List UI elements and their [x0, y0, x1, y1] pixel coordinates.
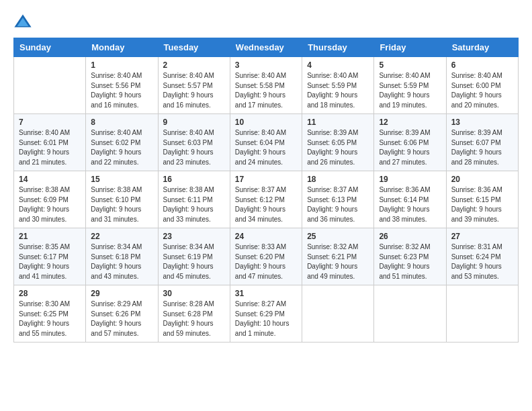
day-number: 13	[451, 118, 513, 127]
col-header-friday: Friday	[374, 38, 446, 57]
calendar-cell: 20Sunrise: 8:36 AM Sunset: 6:15 PM Dayli…	[446, 171, 518, 228]
day-content: Sunrise: 8:40 AM Sunset: 5:56 PM Dayligh…	[91, 71, 152, 110]
day-number: 4	[307, 60, 369, 70]
calendar-cell: 31Sunrise: 8:27 AM Sunset: 6:29 PM Dayli…	[230, 285, 302, 342]
day-content: Sunrise: 8:39 AM Sunset: 6:05 PM Dayligh…	[307, 128, 369, 167]
week-row-1: 1Sunrise: 8:40 AM Sunset: 5:56 PM Daylig…	[14, 57, 519, 114]
day-number: 16	[163, 175, 225, 184]
calendar-cell: 21Sunrise: 8:35 AM Sunset: 6:17 PM Dayli…	[14, 228, 86, 285]
col-header-tuesday: Tuesday	[158, 38, 230, 57]
day-number: 21	[19, 232, 81, 241]
calendar-cell: 15Sunrise: 8:38 AM Sunset: 6:10 PM Dayli…	[86, 171, 158, 228]
day-number: 3	[235, 60, 297, 70]
col-header-monday: Monday	[86, 38, 158, 57]
calendar-cell: 2Sunrise: 8:40 AM Sunset: 5:57 PM Daylig…	[158, 57, 230, 114]
day-content: Sunrise: 8:40 AM Sunset: 6:01 PM Dayligh…	[19, 128, 81, 167]
day-content: Sunrise: 8:32 AM Sunset: 6:23 PM Dayligh…	[379, 242, 441, 281]
day-content: Sunrise: 8:36 AM Sunset: 6:14 PM Dayligh…	[379, 185, 441, 224]
day-content: Sunrise: 8:33 AM Sunset: 6:20 PM Dayligh…	[235, 242, 297, 281]
day-number: 9	[163, 118, 225, 127]
day-content: Sunrise: 8:40 AM Sunset: 6:02 PM Dayligh…	[91, 128, 152, 167]
day-number: 7	[19, 118, 81, 127]
day-content: Sunrise: 8:39 AM Sunset: 6:06 PM Dayligh…	[379, 128, 441, 167]
week-row-2: 7Sunrise: 8:40 AM Sunset: 6:01 PM Daylig…	[14, 114, 519, 171]
day-number: 24	[235, 232, 297, 241]
logo-icon	[13, 12, 32, 31]
calendar-table: SundayMondayTuesdayWednesdayThursdayFrid…	[13, 38, 519, 342]
day-content: Sunrise: 8:35 AM Sunset: 6:17 PM Dayligh…	[19, 242, 81, 281]
calendar-cell: 13Sunrise: 8:39 AM Sunset: 6:07 PM Dayli…	[446, 114, 518, 171]
day-number: 23	[163, 232, 225, 241]
calendar-cell: 14Sunrise: 8:38 AM Sunset: 6:09 PM Dayli…	[14, 171, 86, 228]
day-content: Sunrise: 8:39 AM Sunset: 6:07 PM Dayligh…	[451, 128, 513, 167]
day-number: 25	[307, 232, 369, 241]
header-row: SundayMondayTuesdayWednesdayThursdayFrid…	[14, 38, 519, 57]
calendar-cell: 7Sunrise: 8:40 AM Sunset: 6:01 PM Daylig…	[14, 114, 86, 171]
calendar-cell: 16Sunrise: 8:38 AM Sunset: 6:11 PM Dayli…	[158, 171, 230, 228]
day-number: 11	[307, 118, 369, 127]
calendar-cell: 5Sunrise: 8:40 AM Sunset: 5:59 PM Daylig…	[374, 57, 446, 114]
calendar-cell: 18Sunrise: 8:37 AM Sunset: 6:13 PM Dayli…	[302, 171, 374, 228]
day-content: Sunrise: 8:40 AM Sunset: 5:59 PM Dayligh…	[307, 71, 369, 110]
day-content: Sunrise: 8:27 AM Sunset: 6:29 PM Dayligh…	[235, 300, 297, 338]
calendar-cell: 17Sunrise: 8:37 AM Sunset: 6:12 PM Dayli…	[230, 171, 302, 228]
logo	[13, 12, 35, 31]
day-number: 27	[451, 232, 513, 241]
calendar-cell: 30Sunrise: 8:28 AM Sunset: 6:28 PM Dayli…	[158, 285, 230, 342]
calendar-cell	[302, 285, 374, 342]
day-content: Sunrise: 8:38 AM Sunset: 6:10 PM Dayligh…	[91, 185, 152, 224]
calendar-cell: 25Sunrise: 8:32 AM Sunset: 6:21 PM Dayli…	[302, 228, 374, 285]
week-row-5: 28Sunrise: 8:30 AM Sunset: 6:25 PM Dayli…	[14, 285, 519, 342]
calendar-cell: 29Sunrise: 8:29 AM Sunset: 6:26 PM Dayli…	[86, 285, 158, 342]
day-number: 14	[19, 175, 81, 184]
day-content: Sunrise: 8:38 AM Sunset: 6:11 PM Dayligh…	[163, 185, 225, 224]
calendar-cell: 12Sunrise: 8:39 AM Sunset: 6:06 PM Dayli…	[374, 114, 446, 171]
day-number: 1	[91, 60, 152, 70]
day-content: Sunrise: 8:32 AM Sunset: 6:21 PM Dayligh…	[307, 242, 369, 281]
day-number: 28	[19, 289, 81, 298]
calendar-cell	[374, 285, 446, 342]
day-content: Sunrise: 8:36 AM Sunset: 6:15 PM Dayligh…	[451, 185, 513, 224]
calendar-cell: 10Sunrise: 8:40 AM Sunset: 6:04 PM Dayli…	[230, 114, 302, 171]
day-number: 30	[163, 289, 225, 298]
day-number: 19	[379, 175, 441, 184]
calendar-cell: 24Sunrise: 8:33 AM Sunset: 6:20 PM Dayli…	[230, 228, 302, 285]
day-number: 17	[235, 175, 297, 184]
day-number: 8	[91, 118, 152, 127]
page: SundayMondayTuesdayWednesdayThursdayFrid…	[0, 0, 532, 411]
day-content: Sunrise: 8:31 AM Sunset: 6:24 PM Dayligh…	[451, 242, 513, 281]
calendar-cell: 4Sunrise: 8:40 AM Sunset: 5:59 PM Daylig…	[302, 57, 374, 114]
calendar-cell: 23Sunrise: 8:34 AM Sunset: 6:19 PM Dayli…	[158, 228, 230, 285]
day-number: 5	[379, 60, 441, 70]
day-content: Sunrise: 8:40 AM Sunset: 5:58 PM Dayligh…	[235, 71, 297, 110]
day-number: 20	[451, 175, 513, 184]
day-number: 10	[235, 118, 297, 127]
day-number: 31	[235, 289, 297, 298]
col-header-saturday: Saturday	[446, 38, 518, 57]
week-row-3: 14Sunrise: 8:38 AM Sunset: 6:09 PM Dayli…	[14, 171, 519, 228]
calendar-cell: 19Sunrise: 8:36 AM Sunset: 6:14 PM Dayli…	[374, 171, 446, 228]
day-content: Sunrise: 8:40 AM Sunset: 6:04 PM Dayligh…	[235, 128, 297, 167]
calendar-cell: 11Sunrise: 8:39 AM Sunset: 6:05 PM Dayli…	[302, 114, 374, 171]
calendar-cell: 3Sunrise: 8:40 AM Sunset: 5:58 PM Daylig…	[230, 57, 302, 114]
day-number: 22	[91, 232, 152, 241]
day-number: 26	[379, 232, 441, 241]
day-content: Sunrise: 8:29 AM Sunset: 6:26 PM Dayligh…	[91, 300, 152, 338]
col-header-sunday: Sunday	[14, 38, 86, 57]
day-content: Sunrise: 8:40 AM Sunset: 5:59 PM Dayligh…	[379, 71, 441, 110]
day-content: Sunrise: 8:28 AM Sunset: 6:28 PM Dayligh…	[163, 300, 225, 338]
calendar-cell: 27Sunrise: 8:31 AM Sunset: 6:24 PM Dayli…	[446, 228, 518, 285]
calendar-cell: 9Sunrise: 8:40 AM Sunset: 6:03 PM Daylig…	[158, 114, 230, 171]
day-content: Sunrise: 8:34 AM Sunset: 6:19 PM Dayligh…	[163, 242, 225, 281]
calendar-cell	[446, 285, 518, 342]
day-content: Sunrise: 8:40 AM Sunset: 5:57 PM Dayligh…	[163, 71, 225, 110]
calendar-cell	[14, 57, 86, 114]
calendar-cell: 28Sunrise: 8:30 AM Sunset: 6:25 PM Dayli…	[14, 285, 86, 342]
col-header-thursday: Thursday	[302, 38, 374, 57]
calendar-cell: 8Sunrise: 8:40 AM Sunset: 6:02 PM Daylig…	[86, 114, 158, 171]
day-number: 12	[379, 118, 441, 127]
day-content: Sunrise: 8:40 AM Sunset: 6:00 PM Dayligh…	[451, 71, 513, 110]
day-number: 6	[451, 60, 513, 70]
day-number: 15	[91, 175, 152, 184]
col-header-wednesday: Wednesday	[230, 38, 302, 57]
